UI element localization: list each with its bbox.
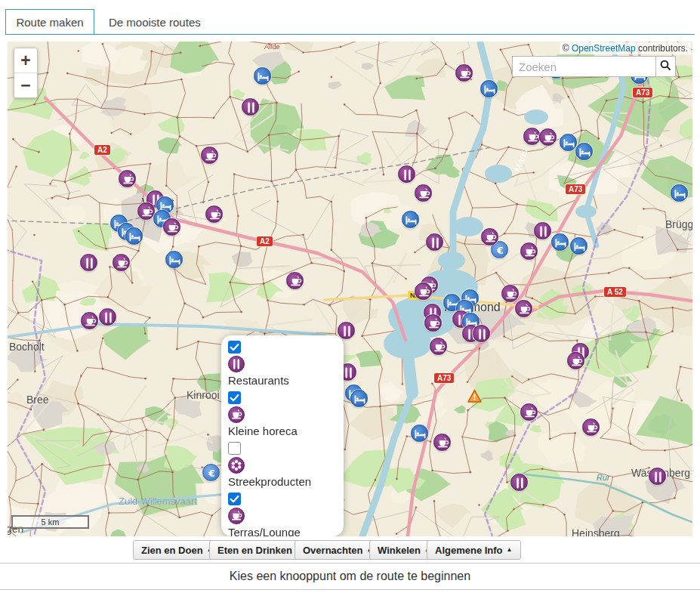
map-marker-cup[interactable] xyxy=(424,314,442,332)
svg-text:€: € xyxy=(208,468,215,479)
map-marker-bed[interactable] xyxy=(570,237,587,255)
map-marker-cup[interactable] xyxy=(201,147,218,164)
restaurant-icon xyxy=(228,356,245,372)
category-button-label: Zien en Doen xyxy=(141,545,203,556)
filter-item-terras-lounge: Terras/Lounge xyxy=(228,493,344,536)
category-button-label: Winkelen xyxy=(378,545,421,556)
filter-item-kleine-horeca: Kleine horeca xyxy=(228,391,344,437)
map-marker-fork[interactable] xyxy=(242,98,259,116)
zoom-control: + − xyxy=(14,48,38,98)
map-scale: 5 km xyxy=(11,515,89,529)
map-marker-bed[interactable] xyxy=(125,227,143,245)
filter-item-streekproducten: Streekproducten xyxy=(228,442,344,488)
zoom-out-button[interactable]: − xyxy=(14,73,37,97)
map-marker-cup[interactable] xyxy=(501,285,519,302)
filter-item-label: Terras/Lounge xyxy=(228,526,344,536)
terras-lounge-checkbox[interactable] xyxy=(228,493,241,505)
map-marker-cup[interactable] xyxy=(137,202,155,220)
map-marker-fork[interactable] xyxy=(473,325,490,342)
map-marker-bed[interactable] xyxy=(551,233,569,251)
map-marker-bed[interactable] xyxy=(165,251,183,268)
category-button-label: Algemene Info xyxy=(435,545,503,556)
map-marker-cup[interactable] xyxy=(286,272,304,289)
search-button[interactable] xyxy=(655,56,676,77)
route-planner-page: Route maken De mooiste routes BocholtBre… xyxy=(0,0,700,596)
map-marker-bed[interactable] xyxy=(402,211,419,228)
chevron-up-icon: ▲ xyxy=(507,546,513,553)
map-attribution: © OpenStreetMap contributors. xyxy=(560,42,691,54)
map-marker-cup[interactable] xyxy=(520,242,538,260)
map-marker-cup[interactable] xyxy=(415,184,432,202)
tab-route-maken[interactable]: Route maken xyxy=(5,9,94,35)
map-marker-bed[interactable] xyxy=(480,80,498,97)
map-marker-fork[interactable] xyxy=(398,165,415,183)
map-marker-cup[interactable] xyxy=(433,434,451,451)
map-marker-cup[interactable] xyxy=(520,403,538,421)
openstreetmap-link[interactable]: OpenStreetMap xyxy=(572,43,636,54)
map-marker-bed[interactable] xyxy=(671,184,688,202)
streekproducten-checkbox[interactable] xyxy=(228,442,241,455)
search-icon xyxy=(660,60,671,74)
map-marker-fork[interactable] xyxy=(534,222,551,239)
map-marker-cup[interactable] xyxy=(539,128,557,146)
map-canvas xyxy=(8,42,692,536)
map-marker-cup[interactable] xyxy=(430,338,447,355)
category-button-zien-en-doen[interactable]: Zien en Doen▲ xyxy=(133,540,221,560)
category-button-overnachten[interactable]: Overnachten▲ xyxy=(294,540,381,560)
map-marker-cup[interactable] xyxy=(515,300,532,317)
map[interactable]: BocholtBreeKinrooiWeertRoermondBrüggenWa… xyxy=(8,42,692,536)
map-marker-bed[interactable] xyxy=(560,134,577,151)
map-marker-fork[interactable] xyxy=(99,308,116,326)
map-marker-fork[interactable] xyxy=(80,254,97,271)
map-marker-cup[interactable] xyxy=(523,128,541,145)
status-bar: Kies een knooppunt om de route te beginn… xyxy=(0,563,700,590)
map-marker-bed[interactable] xyxy=(411,425,428,442)
status-message: Kies een knooppunt om de route te beginn… xyxy=(230,570,470,583)
map-marker-cup[interactable] xyxy=(481,228,498,246)
map-marker-cup[interactable] xyxy=(113,254,130,271)
tab-mooiste-routes[interactable]: De mooiste routes xyxy=(98,9,211,35)
map-marker-cup[interactable] xyxy=(415,283,432,300)
category-button-label: Overnachten xyxy=(303,545,362,556)
map-marker-cup[interactable] xyxy=(81,312,98,329)
restaurants-checkbox[interactable] xyxy=(228,341,241,354)
map-marker-fork[interactable] xyxy=(338,322,355,339)
map-marker-cup[interactable] xyxy=(582,418,600,436)
map-marker-bed[interactable] xyxy=(575,143,593,160)
coffee-cup-icon xyxy=(228,508,245,524)
filter-item-label: Streekproducten xyxy=(228,475,344,488)
filter-item-label: Restaurants xyxy=(228,374,344,387)
map-marker-bed[interactable] xyxy=(254,67,271,85)
category-button-algemene-info[interactable]: Algemene Info▲ xyxy=(427,540,521,560)
map-marker-fork[interactable] xyxy=(426,233,443,251)
attribution-suffix: contributors. xyxy=(636,43,688,54)
svg-text:€: € xyxy=(496,245,504,256)
map-marker-cup[interactable] xyxy=(567,352,584,369)
map-marker-bed[interactable] xyxy=(350,390,368,407)
search-box xyxy=(512,56,676,77)
map-marker-warn[interactable] xyxy=(466,388,483,405)
coffee-cup-icon xyxy=(228,406,245,423)
map-marker-fork[interactable] xyxy=(510,474,528,491)
filter-item-restaurants: Restaurants xyxy=(228,341,344,387)
filter-item-label: Kleine horeca xyxy=(228,425,344,437)
flower-icon xyxy=(228,457,245,474)
search-input[interactable] xyxy=(512,56,655,77)
map-marker-fork[interactable] xyxy=(649,468,666,485)
scale-label: 5 km xyxy=(42,517,60,527)
zoom-in-button[interactable]: + xyxy=(14,48,37,73)
map-marker-cup[interactable] xyxy=(455,64,473,82)
map-marker-cup[interactable] xyxy=(163,218,180,236)
category-button-label: Eten en Drinken xyxy=(217,545,292,556)
attribution-copyright: © xyxy=(563,43,572,54)
category-bar: Zien en Doen▲ Eten en Drinken▲ Overnacht… xyxy=(0,539,700,562)
poi-filter-popup: Restaurants Kleine horeca Streekproducte… xyxy=(221,335,344,536)
map-marker-euro[interactable]: € xyxy=(202,464,220,481)
map-marker-cup[interactable] xyxy=(119,170,136,187)
map-marker-cup[interactable] xyxy=(205,205,223,223)
kleine-horeca-checkbox[interactable] xyxy=(228,391,241,404)
